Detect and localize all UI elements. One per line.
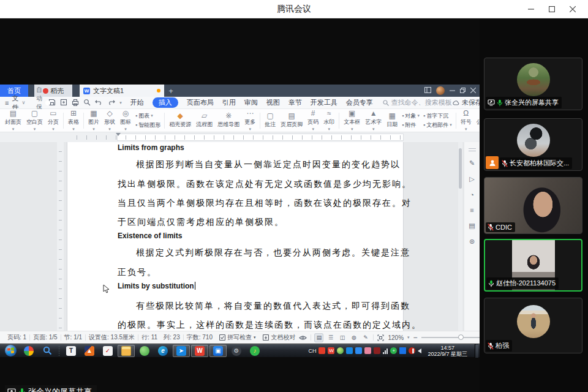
object-button[interactable]: 对象 [402,112,420,120]
window-manage-icon[interactable] [424,87,431,94]
network-signal-icon[interactable] [383,348,388,354]
ink-view-icon[interactable] [361,334,369,342]
taskbar-explorer[interactable] [118,345,135,357]
page-break-button[interactable]: 分页 [45,110,61,131]
page-number-button[interactable]: 页码 [305,110,321,131]
cloud-status[interactable]: 未保存 [452,98,482,107]
select-cursor-icon[interactable] [469,175,474,183]
web-view-icon[interactable] [350,334,358,342]
taskbar-clock[interactable]: 14:57 2022/9/7 星期三 [424,345,471,357]
doc-proof-button[interactable]: 文档校对 [259,333,299,342]
ribbon-tab-devtools[interactable]: 开发工具 [311,98,337,107]
vertical-ruler[interactable] [57,142,64,331]
new-tab-button[interactable] [164,85,178,97]
ribbon-tab-section[interactable]: 章节 [288,98,302,107]
taskbar-colorful-app[interactable] [20,345,37,357]
zoom-out-button[interactable]: − [413,333,418,342]
tray-red-app-icon[interactable] [318,347,325,354]
undo-icon[interactable] [95,99,103,107]
tray-pink-icon[interactable] [364,347,371,354]
minimize-icon[interactable] [521,0,541,18]
scrollbar-thumb[interactable] [459,148,462,189]
wordart-button[interactable]: 艺术字 [363,110,384,131]
attachment-button[interactable]: 附件 [402,121,420,129]
ribbon-tab-reference[interactable]: 引用 [222,98,236,107]
ribbon-tab-view[interactable]: 视图 [266,98,280,107]
participant-tile-active-speaker[interactable]: 赵佳怡-2021134075 [484,239,582,292]
start-button[interactable] [2,345,19,357]
taskbar-search[interactable] [39,345,56,357]
participant-tile[interactable]: 长安都柏林国际交... [484,118,582,171]
helper-icon[interactable] [469,238,475,246]
taskbar-green-browser[interactable] [136,345,153,357]
preview-icon[interactable] [83,99,91,107]
spell-check-button[interactable]: 拼写检查 [216,333,260,342]
smartart-button[interactable]: 智能图形 [135,121,160,129]
tray-globe-icon[interactable] [337,347,344,354]
wps-restore-icon[interactable] [460,88,466,94]
cover-page-button[interactable]: 封面页 [2,110,24,131]
symbol-button[interactable]: 符号 [458,110,474,131]
taskbar-qq-music[interactable]: ♪ [246,345,263,357]
participant-tile-video[interactable]: CDIC [484,177,582,234]
history-clock-icon[interactable] [470,191,474,198]
bluetooth-icon[interactable] [399,347,406,354]
read-view-icon[interactable] [338,334,346,342]
input-language-indicator[interactable]: CH [308,348,316,354]
taskbar-tencent-meeting[interactable]: ▣ [209,345,227,357]
tray-wps-icon[interactable]: W [328,347,334,354]
maximize-icon[interactable] [541,0,562,18]
tray-safety-icon[interactable]: + [390,347,397,354]
flowchart-button[interactable]: 流程图 [194,110,215,131]
zoom-menu-icon[interactable] [407,335,410,340]
tray-darkred-icon[interactable] [374,347,380,354]
tray-meeting-icon[interactable] [355,347,362,354]
shapes-button[interactable]: 形状 [102,110,118,131]
participant-tile-sharer[interactable]: 张全兴的屏幕共享 [484,58,582,110]
horizontal-ruler[interactable] [0,132,480,142]
status-word-count[interactable]: 字数: 710 [184,333,216,342]
fit-page-icon[interactable] [377,334,384,341]
zoom-slider[interactable] [421,337,485,338]
ribbon-tab-layout[interactable]: 页面布局 [187,98,214,107]
volume-icon[interactable] [418,349,421,353]
icon-library-button[interactable]: 图标 [118,110,134,131]
eye-icon[interactable] [299,335,307,341]
chart-button[interactable]: 图表 [135,112,160,120]
ribbon-tab-start[interactable]: 开始 [130,98,144,107]
taskbar-edge[interactable]: e [154,345,172,357]
doc-part-button[interactable]: 文档部件 [423,121,452,129]
export-icon[interactable] [60,99,67,107]
table-button[interactable]: 表格 [66,110,81,131]
zoom-slider-knob[interactable] [458,334,464,340]
print-icon[interactable] [72,99,79,107]
formula-button[interactable]: 公式 [474,110,480,131]
adjust-settings-icon[interactable] [470,206,473,214]
watermark-button[interactable]: 水印 [321,110,337,131]
taskbar-tex-editor[interactable]: T [62,345,80,357]
picture-button[interactable]: 图片 [86,110,102,131]
ribbon-tab-insert[interactable]: 插入 [153,97,178,108]
ribbon-tab-review[interactable]: 审阅 [244,98,258,107]
tray-arrow-icon[interactable] [346,347,353,354]
more-insert-button[interactable]: 更多 [242,110,258,131]
wps-account-avatar[interactable] [436,86,445,95]
taskbar-mathtype[interactable]: ✓ [99,345,116,357]
more-history-icon[interactable] [119,100,122,105]
taskbar-wps[interactable]: W [191,345,208,357]
panel-grip-icon[interactable] [469,148,476,151]
close-icon[interactable] [562,0,583,18]
mindmap-button[interactable]: 思维导图 [215,110,242,131]
zoom-level[interactable]: 120% [388,334,404,341]
taskbar-blue-arrow-app[interactable]: ➤ [173,345,190,357]
taskbar-matlab[interactable]: ▲ [81,345,98,357]
wps-minimize-icon[interactable] [450,88,455,94]
drop-cap-button[interactable]: 首字下沉 [423,112,452,120]
participant-tile[interactable]: 柏强 [484,298,582,353]
taskbar-gear-app[interactable]: ⚙ [228,345,245,357]
page-view-icon[interactable] [315,334,323,342]
textbox-button[interactable]: 文本框 [341,110,363,131]
document-page[interactable]: Limits from graphs 根据图形判断当自变量从一侧靠近定点时因变量… [67,142,403,331]
blank-page-button[interactable]: 空白页 [24,110,45,131]
command-search[interactable]: 查找命令、搜索模板 [383,98,452,107]
